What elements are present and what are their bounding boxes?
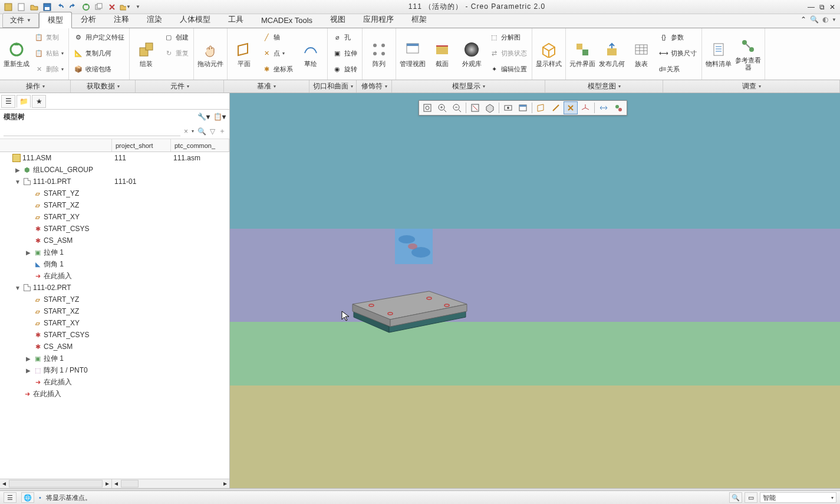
datum-plane-display-icon[interactable] bbox=[534, 101, 548, 114]
tree-row[interactable]: ▱START_XZ bbox=[0, 305, 229, 317]
tab-render[interactable]: 渲染 bbox=[138, 11, 171, 28]
extrude-button[interactable]: ▣拉伸 bbox=[330, 45, 360, 61]
zoom-fit-icon[interactable] bbox=[420, 101, 434, 114]
tree-row[interactable]: 111.ASM111111.asm bbox=[0, 152, 229, 164]
help-icon[interactable]: ◐ bbox=[822, 15, 828, 24]
mgrview-button[interactable]: 管理视图 bbox=[398, 29, 427, 78]
add-column-icon[interactable]: ＋ bbox=[219, 126, 226, 136]
expand-icon[interactable]: ▶ bbox=[14, 167, 21, 173]
tree-row[interactable]: ▱START_XY bbox=[0, 317, 229, 329]
group-datum[interactable]: 基准▾ bbox=[224, 80, 309, 93]
sketch-button[interactable]: 草绘 bbox=[297, 29, 325, 78]
tree-row[interactable]: ▱START_XY bbox=[0, 211, 229, 223]
close-icon[interactable]: ✕ bbox=[829, 3, 835, 11]
tree-row[interactable]: ▼111-01.PRT111-01 bbox=[0, 176, 229, 187]
tab-apps[interactable]: 应用程序 bbox=[354, 11, 403, 28]
group-comp[interactable]: 元件▾ bbox=[136, 80, 224, 93]
csys-button[interactable]: ✱坐标系 bbox=[259, 61, 295, 77]
group-intent[interactable]: 模型意图▾ bbox=[545, 80, 663, 93]
dispstyle-button[interactable]: 显示样式 bbox=[535, 29, 563, 78]
expand-icon[interactable]: ▼ bbox=[14, 285, 21, 291]
tree-row[interactable]: ◣倒角 1 bbox=[0, 258, 229, 270]
datum-axis-display-icon[interactable] bbox=[549, 101, 563, 114]
spin-center-icon[interactable] bbox=[611, 101, 625, 114]
tab-frame[interactable]: 框架 bbox=[403, 11, 436, 28]
csys-display-icon[interactable] bbox=[578, 101, 592, 114]
group-ops[interactable]: 操作▾ bbox=[0, 80, 71, 93]
view-manager-icon[interactable] bbox=[516, 101, 530, 114]
explode-button[interactable]: ⬚分解图 bbox=[487, 29, 529, 45]
group-getdata[interactable]: 获取数据▾ bbox=[71, 80, 136, 93]
tab-model[interactable]: 模型 bbox=[39, 12, 72, 28]
file-tab[interactable]: 文件▼ bbox=[2, 13, 39, 28]
tree-row[interactable]: ▶⬚阵列 1 / PNT0 bbox=[0, 364, 229, 376]
maximize-icon[interactable]: ⧉ bbox=[819, 3, 825, 11]
shrinkwrap-button[interactable]: 📦收缩包络 bbox=[71, 61, 127, 77]
qat-window-icon[interactable] bbox=[2, 1, 14, 13]
tab-tools[interactable]: 工具 bbox=[219, 11, 252, 28]
status-select-icon[interactable]: ▭ bbox=[745, 492, 757, 503]
tree-row[interactable]: ✱START_CSYS bbox=[0, 223, 229, 235]
tree-row[interactable]: ▶⬢组LOCAL_GROUP bbox=[0, 164, 229, 176]
zoom-out-icon[interactable] bbox=[450, 101, 464, 114]
appearance-button[interactable]: 外观库 bbox=[457, 29, 486, 78]
expand-icon[interactable]: ▼ bbox=[14, 179, 21, 185]
tab-annotate[interactable]: 注释 bbox=[105, 11, 138, 28]
status-find-icon[interactable]: 🔍 bbox=[729, 492, 742, 503]
tree-hscroll[interactable]: ◂▸ ◂▸ bbox=[0, 479, 229, 488]
tree-row[interactable]: ▶▣拉伸 1 bbox=[0, 353, 229, 364]
tree-row[interactable]: ▱START_YZ bbox=[0, 294, 229, 305]
bom-button[interactable]: 物料清单 bbox=[704, 29, 733, 78]
qat-open-icon[interactable] bbox=[28, 1, 40, 13]
compinterface-button[interactable]: 元件界面 bbox=[568, 29, 597, 78]
hole-button[interactable]: ⌀孔 bbox=[330, 29, 360, 45]
collapse-ribbon-icon[interactable]: ⌃ bbox=[801, 15, 806, 24]
group-cut[interactable]: 切口和曲面▾ bbox=[309, 80, 357, 93]
annotation-display-icon[interactable] bbox=[597, 101, 611, 114]
tab-mcadex[interactable]: MCADEx Tools bbox=[252, 13, 321, 28]
assemble-button[interactable]: 组装 bbox=[132, 29, 160, 78]
binoculars-icon[interactable]: 🔍 bbox=[197, 127, 206, 136]
group-cosmetic[interactable]: 修饰符▾ bbox=[357, 80, 392, 93]
switchdim-button[interactable]: ⟷切换尺寸 bbox=[657, 45, 699, 61]
folder-tab-icon[interactable]: 📁 bbox=[17, 95, 31, 108]
togglestate-button[interactable]: ⇄切换状态 bbox=[487, 45, 529, 61]
minimize-icon[interactable]: — bbox=[808, 3, 815, 11]
status-tree-icon[interactable]: ☰ bbox=[4, 492, 17, 503]
tree-row[interactable]: ▶▣拉伸 1 bbox=[0, 246, 229, 258]
filter-icon[interactable]: ▽ bbox=[210, 127, 215, 136]
tree-row[interactable]: ▱START_YZ bbox=[0, 187, 229, 199]
help-dropdown-icon[interactable]: ▼ bbox=[832, 17, 836, 22]
tab-view[interactable]: 视图 bbox=[321, 11, 354, 28]
editpos-button[interactable]: ✦编辑位置 bbox=[487, 61, 529, 77]
tree-col-name[interactable] bbox=[0, 139, 112, 151]
regenerate-button[interactable]: 重新生成 bbox=[2, 29, 31, 78]
tree-row[interactable]: ✱CS_ASM bbox=[0, 341, 229, 353]
create-button[interactable]: ▢创建 bbox=[162, 29, 191, 45]
zoom-in-icon[interactable] bbox=[435, 101, 449, 114]
plane-button[interactable]: 平面 bbox=[230, 29, 258, 78]
paste-button[interactable]: 📋粘贴▾ bbox=[32, 45, 66, 61]
status-earth-icon[interactable]: 🌐 bbox=[21, 492, 34, 503]
copygeom-button[interactable]: 📐复制几何 bbox=[71, 45, 127, 61]
refview-button[interactable]: 参考查看器 bbox=[734, 29, 762, 78]
tree-row[interactable]: ✱START_CSYS bbox=[0, 329, 229, 341]
section-button[interactable]: 截面 bbox=[428, 29, 456, 78]
repaint-icon[interactable] bbox=[468, 101, 482, 114]
model-3d[interactable] bbox=[342, 270, 472, 341]
group-investigate[interactable]: 调查▾ bbox=[663, 80, 840, 93]
relation-button[interactable]: d=关系 bbox=[657, 61, 699, 77]
tree-row[interactable]: ➜在此插入 bbox=[0, 270, 229, 282]
favorites-tab-icon[interactable]: ★ bbox=[32, 95, 46, 108]
tree-row[interactable]: ▼111-02.PRT bbox=[0, 282, 229, 294]
expand-icon[interactable]: ▶ bbox=[25, 249, 32, 256]
viewport[interactable] bbox=[230, 93, 840, 488]
qat-undo-icon[interactable] bbox=[54, 1, 66, 13]
tree-row[interactable]: ➜在此插入 bbox=[0, 388, 229, 400]
datum-point-display-icon[interactable] bbox=[564, 101, 578, 114]
revolve-button[interactable]: ◉旋转 bbox=[330, 61, 360, 77]
udf-button[interactable]: ⚙用户定义特征 bbox=[71, 29, 127, 45]
qat-save-icon[interactable] bbox=[41, 1, 53, 13]
search-icon[interactable]: 🔍 bbox=[810, 15, 819, 24]
qat-new-icon[interactable] bbox=[15, 1, 27, 13]
